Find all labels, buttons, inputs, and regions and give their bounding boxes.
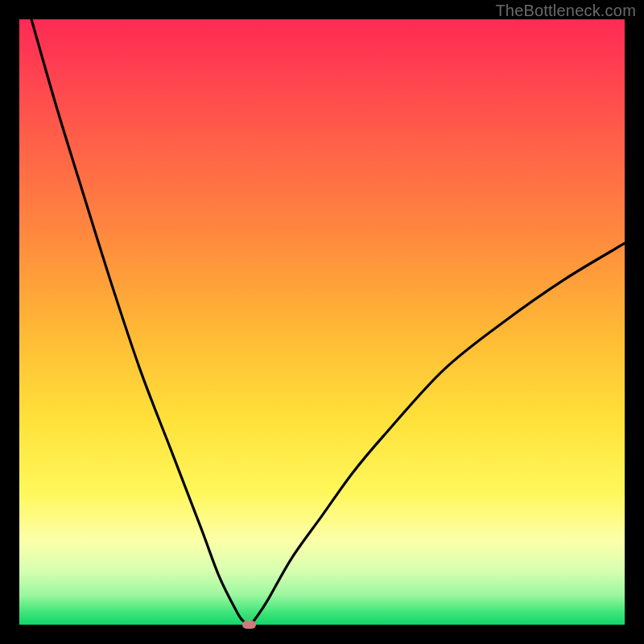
- watermark-text: TheBottleneck.com: [495, 2, 636, 20]
- plot-area: [19, 19, 625, 625]
- chart-frame: TheBottleneck.com: [0, 0, 644, 644]
- bottleneck-curve: [19, 19, 625, 625]
- optimal-marker: [242, 621, 256, 628]
